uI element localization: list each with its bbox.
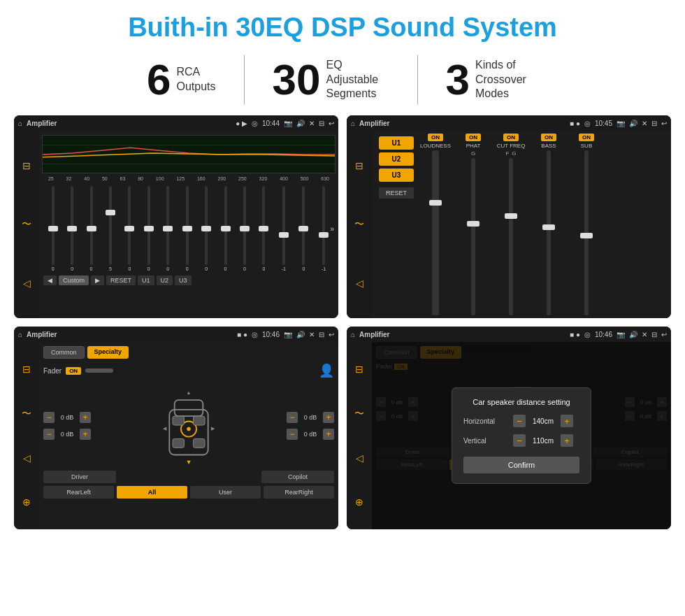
eq-thumb-14[interactable] — [319, 232, 329, 238]
eq-thumb-10[interactable] — [240, 226, 250, 231]
sub-slider[interactable] — [584, 150, 589, 315]
db-minus-rr[interactable]: − — [287, 429, 298, 440]
eq-thumb-5[interactable] — [144, 226, 154, 231]
eq-thumb-9[interactable] — [221, 226, 231, 231]
home-icon[interactable]: ⌂ — [18, 120, 22, 127]
eq-icon[interactable]: ⊟ — [22, 160, 31, 171]
eq-track-12[interactable] — [282, 186, 285, 265]
eq-u1-btn[interactable]: U1 — [138, 275, 154, 285]
eq-thumb-12[interactable] — [279, 232, 289, 238]
eq-prev-btn[interactable]: ◀ — [43, 275, 57, 285]
wave-icon-3[interactable]: 〜 — [22, 408, 31, 420]
back-icon-2[interactable]: ↩ — [661, 120, 667, 127]
sp-rearright-btn[interactable]: RearRight — [264, 486, 334, 499]
bass-slider[interactable] — [547, 150, 551, 315]
eq-track-2[interactable] — [90, 186, 93, 265]
speaker-icon-4[interactable]: ◁ — [356, 452, 363, 464]
eq-play-btn[interactable]: ▶ — [91, 275, 104, 285]
sp-all-btn[interactable]: All — [117, 486, 187, 499]
eq-u3-btn[interactable]: U3 — [175, 275, 192, 285]
expand-icon-3[interactable]: ⊕ — [22, 496, 31, 508]
eq-thumb-11[interactable] — [259, 226, 268, 231]
eq-track-3[interactable] — [109, 186, 112, 265]
eq-u2-btn[interactable]: U2 — [157, 275, 173, 285]
eq-custom-btn[interactable]: Custom — [59, 275, 89, 285]
eq-slider-4: 0 — [128, 186, 131, 271]
amp-preset-u2[interactable]: U2 — [379, 152, 414, 166]
sp-driver-btn[interactable]: Driver — [43, 471, 116, 483]
eq-thumb-7[interactable] — [182, 226, 192, 231]
eq-track-11[interactable] — [262, 186, 265, 265]
eq-track-7[interactable] — [186, 186, 189, 265]
eq-track-8[interactable] — [205, 186, 208, 265]
eq-thumb-6[interactable] — [163, 226, 173, 231]
eq-track-1[interactable] — [71, 186, 73, 265]
back-icon[interactable]: ↩ — [329, 120, 334, 127]
vertical-minus-btn[interactable]: − — [513, 434, 526, 447]
fader-slider[interactable] — [85, 368, 113, 373]
eq-track-9[interactable] — [224, 186, 227, 265]
amp-preset-u3[interactable]: U3 — [379, 169, 414, 182]
eq-thumb-4[interactable] — [124, 226, 134, 231]
eq-slider-9: 0 — [224, 186, 227, 271]
speaker-icon-3[interactable]: ◁ — [23, 452, 31, 464]
db-plus-fr[interactable]: + — [323, 412, 334, 423]
horizontal-minus-btn[interactable]: − — [513, 415, 526, 427]
eq-thumb-1[interactable] — [67, 226, 77, 231]
home-icon-4[interactable]: ⌂ — [351, 331, 355, 338]
wave-icon-2[interactable]: 〜 — [354, 218, 364, 231]
cutfreq-slider1[interactable] — [509, 158, 513, 315]
db-plus-fl[interactable]: + — [80, 412, 91, 423]
loudness-thumb[interactable] — [429, 200, 442, 206]
wave-icon[interactable]: 〜 — [22, 218, 31, 231]
minimize-icon: ⊟ — [319, 120, 324, 127]
eq-thumb-8[interactable] — [201, 226, 211, 231]
phat-thumb[interactable] — [467, 221, 480, 227]
eq-track-0[interactable] — [52, 186, 55, 265]
sp-rearleft-btn[interactable]: RearLeft — [43, 486, 114, 499]
sp-user-btn[interactable]: User — [190, 486, 261, 499]
eq-thumb-13[interactable] — [298, 226, 308, 231]
eq-track-5[interactable] — [147, 186, 150, 265]
eq-slider-6: 0 — [166, 186, 169, 271]
tab-common-3[interactable]: Common — [43, 346, 85, 359]
volume-icon: 🔊 — [296, 120, 305, 127]
home-icon-2[interactable]: ⌂ — [351, 120, 355, 127]
eq-icon-3[interactable]: ⊟ — [22, 364, 31, 375]
loudness-slider[interactable] — [432, 150, 439, 315]
speaker-icon-2[interactable]: ◁ — [356, 278, 363, 289]
back-icon-3[interactable]: ↩ — [329, 331, 334, 338]
eq-track-13[interactable] — [302, 186, 305, 265]
eq-icon-4[interactable]: ⊟ — [355, 364, 363, 375]
db-plus-rr[interactable]: + — [323, 429, 334, 440]
eq-track-4[interactable] — [128, 186, 131, 265]
eq-track-14[interactable] — [322, 186, 325, 265]
confirm-button[interactable]: Confirm — [463, 457, 579, 473]
wave-icon-4[interactable]: 〜 — [354, 408, 364, 420]
eq-thumb-2[interactable] — [87, 226, 96, 231]
phat-slider[interactable] — [471, 158, 475, 315]
db-minus-rl[interactable]: − — [43, 429, 55, 440]
cutfreq-thumb1[interactable] — [505, 213, 517, 219]
sub-thumb[interactable] — [580, 233, 593, 238]
horizontal-plus-btn[interactable]: + — [561, 415, 573, 427]
eq-icon-2[interactable]: ⊟ — [355, 160, 363, 171]
db-minus-fr[interactable]: − — [287, 412, 298, 423]
eq-thumb-0[interactable] — [48, 226, 58, 231]
db-plus-rl[interactable]: + — [80, 429, 91, 440]
bass-thumb[interactable] — [542, 224, 555, 230]
eq-track-10[interactable] — [243, 186, 246, 265]
back-icon-4[interactable]: ↩ — [661, 331, 667, 338]
vertical-plus-btn[interactable]: + — [561, 434, 573, 447]
speaker-icon[interactable]: ◁ — [23, 278, 31, 289]
amp-reset-btn[interactable]: RESET — [379, 187, 414, 199]
eq-reset-btn[interactable]: RESET — [106, 275, 136, 285]
eq-thumb-3[interactable] — [106, 210, 115, 215]
eq-track-6[interactable] — [166, 186, 169, 265]
tab-specialty-3[interactable]: Specialty — [87, 346, 129, 359]
sp-copilot-btn[interactable]: Copilot — [261, 471, 334, 483]
amp-preset-u1[interactable]: U1 — [379, 136, 414, 150]
home-icon-3[interactable]: ⌂ — [18, 331, 22, 338]
expand-icon-4[interactable]: ⊕ — [355, 496, 363, 508]
db-minus-fl[interactable]: − — [43, 412, 55, 423]
